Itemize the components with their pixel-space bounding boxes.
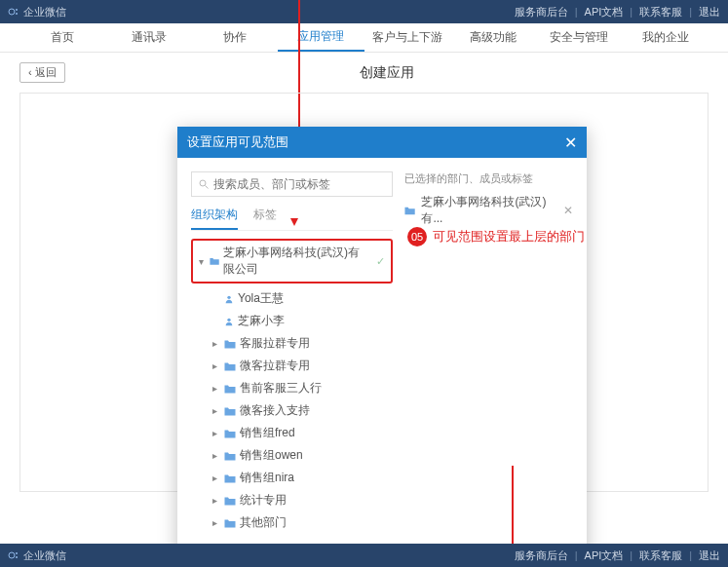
svg-point-7 [9,552,15,558]
folder-icon [224,361,236,371]
svg-point-5 [227,295,230,298]
callout-arrowhead-icon [290,218,298,226]
tree-item-label: 微客接入支持 [240,402,310,419]
folder-icon [224,496,236,506]
chevron-right-icon: ▸ [212,338,220,349]
svg-point-2 [16,13,18,15]
topbar-link-api[interactable]: API文档 [585,5,624,19]
tree-folder-item[interactable]: ▸统计专用 [191,489,393,511]
folder-icon [224,518,236,528]
close-icon[interactable]: ✕ [564,133,577,152]
bottombar-link-logout[interactable]: 退出 [699,548,720,563]
person-icon [224,294,234,304]
folder-icon [210,256,219,266]
topbar: 企业微信 服务商后台| API文档| 联系客服| 退出 [0,0,728,23]
search-input[interactable] [213,177,386,191]
bottombar-link-support[interactable]: 联系客服 [639,548,682,563]
tree-person-item[interactable]: 芝麻小李 [191,310,393,332]
tree-root-label: 芝麻小事网络科技(武汉)有限公司 [223,245,368,278]
tree-item-label: 销售组owen [240,447,303,464]
tree-item-label: 客服拉群专用 [240,335,310,352]
callout-text: 可见范围设置最上层的部门 [433,228,585,246]
chevron-right-icon: ▸ [212,472,220,483]
tree-folder-item[interactable]: ▸销售组nira [191,467,393,489]
back-button[interactable]: ‹ 返回 [19,62,65,83]
topbar-link-console[interactable]: 服务商后台 [515,5,568,19]
nav-apps[interactable]: 应用管理 [278,23,364,52]
tree-root-node[interactable]: ▾ 芝麻小事网络科技(武汉)有限公司 ✓ [191,239,393,284]
chevron-right-icon: ▸ [212,450,220,461]
tree-item-label: 芝麻小李 [238,313,285,329]
page-title: 创建应用 [65,64,709,82]
topbar-links: 服务商后台| API文档| 联系客服| 退出 [515,5,720,19]
wecom-logo-icon [8,6,19,18]
tree-folder-item[interactable]: ▸客服拉群专用 [191,332,393,355]
bottombar-link-api[interactable]: API文档 [585,548,624,563]
nav-collab[interactable]: 协作 [192,24,278,51]
tree-folder-item[interactable]: ▸微客拉群专用 [191,355,393,377]
nav-contacts[interactable]: 通讯录 [105,24,191,51]
callout-line-bottom [512,466,514,544]
chevron-right-icon: ▸ [212,383,220,394]
tree-folder-item[interactable]: ▸其他部门 [191,511,393,534]
tree-item-label: 微客拉群专用 [240,358,310,374]
tree-item-label: 销售组nira [240,470,294,486]
selected-chip-label: 芝麻小事网络科技(武汉)有... [421,194,557,227]
person-icon [224,317,234,326]
svg-point-0 [9,9,15,15]
svg-point-3 [200,180,206,186]
nav-home[interactable]: 首页 [19,24,105,51]
folder-icon [404,206,415,215]
svg-point-9 [16,556,18,558]
selected-title: 已选择的部门、成员或标签 [404,171,573,186]
tab-org[interactable]: 组织架构 [191,207,238,230]
check-icon: ✓ [376,255,385,268]
topbar-link-logout[interactable]: 退出 [699,5,720,19]
chevron-right-icon: ▸ [212,517,220,528]
navbar: 首页 通讯录 协作 应用管理 客户与上下游 高级功能 安全与管理 我的企业 [0,23,728,53]
topbar-link-support[interactable]: 联系客服 [639,5,682,19]
tree-item-label: 统计专用 [240,492,287,509]
svg-point-1 [16,9,18,11]
folder-icon [224,473,236,483]
svg-point-8 [16,552,18,554]
dialog-right-panel: 已选择的部门、成员或标签 芝麻小事网络科技(武汉)有... ✕ [404,171,573,534]
dialog-header: 设置应用可见范围 ✕ [177,127,587,158]
tree-folder-item[interactable]: ▸销售组owen [191,444,393,467]
tree-item-label: 其他部门 [240,514,287,531]
nav-security[interactable]: 安全与管理 [536,24,622,51]
nav-advanced[interactable]: 高级功能 [450,24,536,51]
callout-badge: 05 [407,227,427,246]
tab-tags[interactable]: 标签 [253,207,277,230]
svg-line-4 [206,186,209,189]
tree-folder-item[interactable]: ▸售前客服三人行 [191,377,393,399]
nav-mycompany[interactable]: 我的企业 [623,24,709,51]
chevron-right-icon: ▸ [212,360,220,371]
search-icon [198,178,210,190]
tree-item-label: 销售组fred [240,425,295,441]
folder-icon [224,384,236,394]
search-box[interactable] [191,171,393,197]
folder-icon [224,451,236,461]
org-tree: Yola王慧芝麻小李▸客服拉群专用▸微客拉群专用▸售前客服三人行▸微客接入支持▸… [191,287,393,534]
tree-person-item[interactable]: Yola王慧 [191,287,393,310]
remove-chip-icon[interactable]: ✕ [563,204,573,217]
tree-folder-item[interactable]: ▸销售组fred [191,422,393,444]
topbar-brand: 企业微信 [8,5,66,19]
bottombar-links: 服务商后台| API文档| 联系客服| 退出 [515,548,720,563]
folder-icon [224,429,236,438]
chevron-right-icon: ▸ [212,405,220,416]
bottombar-link-console[interactable]: 服务商后台 [515,548,568,563]
chevron-right-icon: ▸ [212,495,220,506]
bottombar: 企业微信 服务商后台| API文档| 联系客服| 退出 [0,544,728,567]
wecom-logo-icon [8,549,19,561]
tree-item-label: 售前客服三人行 [240,380,322,397]
bottombar-brand: 企业微信 [8,548,66,563]
nav-clients[interactable]: 客户与上下游 [364,24,450,51]
svg-point-6 [227,318,230,321]
chevron-right-icon: ▸ [212,428,220,438]
folder-icon [224,406,236,416]
selected-chip: 芝麻小事网络科技(武汉)有... ✕ [404,194,573,227]
tree-folder-item[interactable]: ▸微客接入支持 [191,399,393,422]
dialog-left-panel: 组织架构 标签 ▾ 芝麻小事网络科技(武汉)有限公司 ✓ Yola王慧芝麻小李▸… [191,171,393,534]
